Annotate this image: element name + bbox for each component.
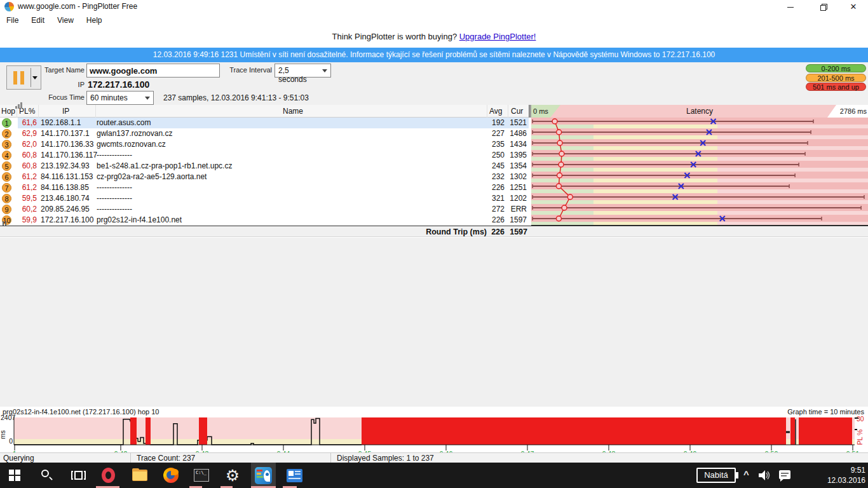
table-row-hop-3[interactable]: 362,0141.170.136.33gwcmts.roznovan.cz235… [0, 139, 531, 150]
cur-value: 1434 [489, 140, 527, 149]
focus-time-select[interactable]: 60 minutes [86, 91, 154, 105]
cur-value: 1597 [489, 215, 527, 224]
document-app-icon[interactable] [281, 463, 307, 488]
trace-interval-label: Trace Interval [210, 66, 272, 74]
battery-indicator[interactable]: Nabitá [696, 468, 736, 483]
table-row-hop-4[interactable]: 460,8141.170.136.117--------------250139… [0, 150, 531, 161]
ip-value: 84.116.138.85 [41, 183, 89, 192]
cur-value: 1354 [489, 161, 527, 170]
hop-badge: 8 [2, 194, 11, 203]
speaker-icon[interactable] [757, 469, 771, 482]
start-button[interactable] [2, 463, 27, 488]
ip-label: IP [25, 81, 85, 88]
menu-item-edit[interactable]: Edit [25, 14, 51, 25]
table-row-hop-1[interactable]: 161,6192.168.1.1router.asus.com1921521 [0, 118, 531, 128]
command-prompt-icon[interactable]: C:\_ [189, 463, 214, 488]
table-row-hop-10[interactable]: 1059,9172.217.16.100prg02s12-in-f4.1e100… [0, 215, 531, 226]
system-tray: Nabitá ^ 9:51 12.03.2016 [696, 463, 868, 488]
latency-title: Latency [531, 107, 868, 116]
menu-item-view[interactable]: View [51, 14, 80, 25]
minimize-button[interactable] [780, 0, 801, 14]
ip-value: 84.116.131.153 [41, 172, 93, 181]
focus-timeline: prg02s12-in-f4.1e100.net (172.217.16.100… [0, 407, 868, 452]
col-name[interactable]: Name [283, 107, 303, 116]
pause-icon [13, 71, 17, 85]
alert-bar: 12.03.2016 9:49:16 1231 Umístění v síti … [0, 48, 868, 62]
hop-badge: 7 [2, 183, 11, 193]
table-row-hop-5[interactable]: 560,8213.192.34.93be1-s248.a1.cz-pra-pop… [0, 161, 531, 172]
hop-badge: 3 [2, 140, 11, 149]
window-title: www.google.com - PingPlotter Free [18, 2, 137, 11]
settings-gear-icon[interactable]: ⚙ [220, 463, 245, 488]
table-row-hop-9[interactable]: 960,2209.85.246.95--------------272ERR [0, 204, 531, 215]
table-row-hop-7[interactable]: 761,284.116.138.85--------------2261251 [0, 182, 531, 193]
pl-value: 62,0 [13, 140, 37, 149]
upgrade-link[interactable]: Upgrade PingPlotter! [459, 32, 536, 41]
banner-text: Think PingPlotter is worth buying? [332, 32, 459, 41]
clock-date: 12.03.2016 [818, 475, 865, 485]
col-avg[interactable]: Avg [489, 107, 502, 116]
hop-badge: 9 [2, 205, 11, 214]
status-trace-count: Trace Count: 237 [137, 454, 195, 463]
col-cur[interactable]: Cur [511, 107, 523, 116]
hop-table: 161,6192.168.1.1router.asus.com192152126… [0, 118, 531, 226]
pl-value: 59,9 [13, 215, 37, 224]
target-name-input[interactable] [86, 64, 220, 78]
file-explorer-icon[interactable] [127, 463, 153, 488]
cur-value: 1302 [489, 172, 527, 181]
menu-item-help[interactable]: Help [80, 14, 109, 25]
col-ip[interactable]: IP [62, 107, 69, 116]
round-trip-cur: 1597 [489, 227, 527, 236]
chevron-down-icon [322, 69, 327, 72]
task-view-icon[interactable] [65, 463, 91, 488]
pl-value: 61,6 [13, 118, 37, 127]
cur-value: ERR [489, 205, 527, 214]
pl-value: 60,8 [13, 151, 37, 159]
pause-dropdown-caret[interactable] [32, 76, 37, 79]
legend-201-500-ms: 201-500 ms [806, 74, 866, 82]
firefox-icon[interactable] [158, 463, 184, 488]
pl-value: 60,2 [13, 205, 37, 214]
cur-value: 1202 [489, 194, 527, 203]
pingplotter-icon[interactable] [250, 463, 276, 488]
table-row-hop-2[interactable]: 262,9141.170.137.1gwlan137.roznovan.cz22… [0, 128, 531, 139]
restore-button[interactable] [812, 0, 834, 14]
close-button[interactable]: ✕ [843, 0, 864, 14]
col-hop[interactable]: Hop [1, 107, 15, 116]
hidden-icons-chevron[interactable]: ^ [743, 469, 749, 480]
latency-graph [531, 118, 868, 226]
desktop: www.google.com - PingPlotter Free ✕ File… [0, 0, 868, 488]
hop-badge: 2 [2, 129, 11, 139]
host-name: gwcmts.roznovan.cz [97, 140, 166, 149]
legend-501-ms-and-up: 501 ms and up [806, 83, 866, 91]
taskbar-clock[interactable]: 9:51 12.03.2016 [818, 465, 865, 485]
ip-value: 172.217.16.100 [41, 215, 93, 224]
pingplotter-logo-icon [4, 2, 14, 11]
ip-value: 209.85.246.95 [41, 205, 90, 214]
menu-item-file[interactable]: File [0, 14, 25, 25]
upgrade-banner: Think PingPlotter is worth buying? Upgra… [0, 28, 868, 48]
pl-value: 62,9 [13, 129, 37, 138]
trace-interval-select[interactable]: 2,5 seconds [275, 64, 331, 78]
host-name: be1-s248.a1.cz-pra-pop1-rb1.net.upc.cz [97, 161, 232, 170]
status-bar: Querying Trace Count: 237 Displayed Samp… [0, 452, 868, 463]
search-icon[interactable] [34, 463, 59, 488]
axis-min-label: 0 ms [533, 107, 548, 115]
ip-value: 141.170.136.117 [41, 151, 97, 159]
svg-text:2407: 2407 [1, 414, 16, 421]
svg-text:30: 30 [857, 415, 864, 423]
axis-max-label: 2786 ms [840, 107, 867, 115]
table-row-hop-6[interactable]: 661,284.116.131.153cz-prg02a-ra2-ae5-129… [0, 172, 531, 182]
ip-value: 172.217.16.100 [88, 79, 149, 90]
pl-value: 61,2 [13, 172, 37, 181]
svg-text:PL %: PL % [856, 430, 864, 445]
title-bar: www.google.com - PingPlotter Free ✕ [0, 0, 868, 14]
clock-time: 9:51 [818, 465, 865, 475]
latency-graph-header: Latency 0 ms 2786 ms [531, 105, 868, 118]
timeline-chart[interactable]: 19:429:439:449:459:469:479:489:499:509:5… [0, 407, 868, 452]
pl-value: 59,5 [13, 194, 37, 203]
opera-icon[interactable] [96, 463, 121, 488]
table-row-hop-8[interactable]: 859,5213.46.180.74--------------3211202 [0, 193, 531, 204]
hop-badge: 6 [2, 172, 11, 182]
notifications-icon[interactable] [778, 469, 793, 483]
